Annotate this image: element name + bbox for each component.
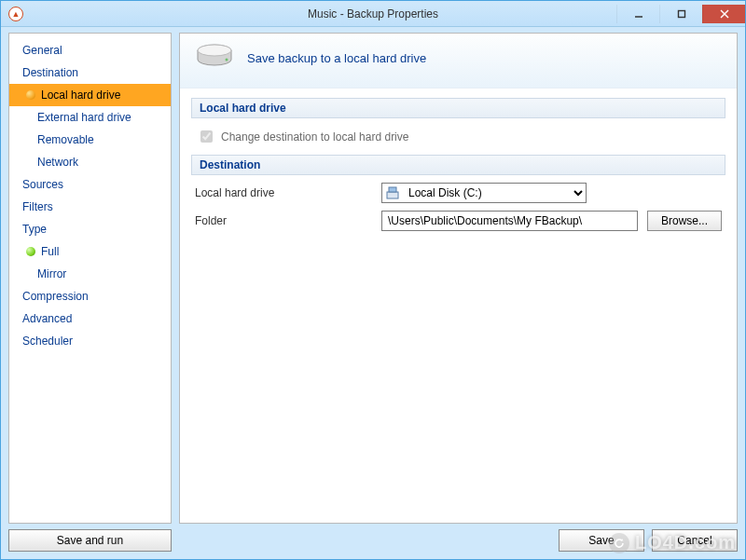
window-frame: ▲ Music - Backup Properties General Dest… [0,0,746,560]
nav-filters[interactable]: Filters [9,196,171,218]
nav-removable[interactable]: Removable [9,129,171,151]
nav-local-hard-drive[interactable]: Local hard drive [9,84,171,106]
nav-destination[interactable]: Destination [9,61,171,84]
browse-button[interactable]: Browse... [647,211,722,231]
folder-row: Folder Browse... [191,209,725,237]
nav-type[interactable]: Type [9,218,171,240]
window-controls [616,5,745,23]
nav-mirror[interactable]: Mirror [9,263,171,285]
sidebar: General Destination Local hard drive Ext… [8,33,172,524]
hero: Save backup to a local hard drive [180,34,737,89]
cancel-button[interactable]: Cancel [652,529,738,552]
maximize-button[interactable] [659,5,702,23]
titlebar: ▲ Music - Backup Properties [1,1,745,27]
client-area: General Destination Local hard drive Ext… [1,27,745,559]
change-destination-checkbox[interactable] [200,130,213,143]
dot-icon [26,247,35,256]
svg-point-6 [226,59,228,61]
close-button[interactable] [702,5,745,23]
dot-icon [26,90,35,100]
nav-general[interactable]: General [9,39,171,61]
section-destination: Destination [191,155,725,175]
folder-label: Folder [195,214,372,227]
main-panel: Save backup to a local hard drive Local … [179,33,738,524]
save-and-run-button[interactable]: Save and run [8,529,172,552]
nav-compression[interactable]: Compression [9,285,171,307]
section-local-hard-drive: Local hard drive [191,98,725,118]
drive-select[interactable]: Local Disk (C:) [381,183,587,203]
nav-full[interactable]: Full [9,240,171,263]
nav-label: Local hard drive [41,87,120,103]
footer: Save and run Save Cancel [8,524,738,552]
body-row: General Destination Local hard drive Ext… [8,33,738,524]
change-destination-label: Change destination to local hard drive [221,130,408,143]
hard-drive-icon [195,43,234,73]
nav-advanced[interactable]: Advanced [9,307,171,330]
save-button[interactable]: Save [559,529,644,552]
nav-scheduler[interactable]: Scheduler [9,330,171,352]
drive-row: Local hard drive Local Disk (C:) [191,181,725,209]
nav-sources[interactable]: Sources [9,173,171,196]
nav-label: Full [41,243,59,260]
hero-text: Save backup to a local hard drive [247,51,426,65]
app-icon: ▲ [8,7,23,21]
svg-rect-1 [678,10,684,17]
drive-label: Local hard drive [195,186,372,199]
nav-external-hard-drive[interactable]: External hard drive [9,106,171,129]
minimize-button[interactable] [616,5,659,23]
svg-point-5 [198,45,231,56]
folder-input[interactable] [381,211,638,231]
change-destination-row: Change destination to local hard drive [191,124,725,155]
nav-network[interactable]: Network [9,151,171,173]
